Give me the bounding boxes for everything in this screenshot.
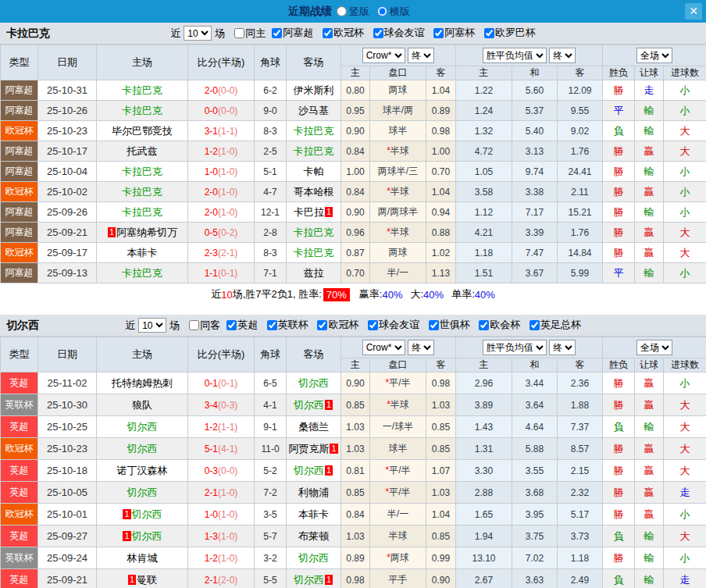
date-cell: 25-09-26	[38, 202, 97, 223]
avg-stage-select[interactable]: 终	[549, 48, 576, 63]
league-filter-checkbox[interactable]	[373, 28, 383, 38]
home-team-cell: 1曼联	[97, 569, 188, 588]
page-title: 近期战绩	[288, 5, 332, 19]
league-filter[interactable]: 欧冠杯	[314, 318, 358, 332]
league-filter[interactable]: 阿塞超	[269, 26, 313, 40]
corner-cell: 6-5	[255, 372, 287, 394]
odds-away-cell: 1.02	[426, 243, 456, 263]
avg-odds-select[interactable]: 胜平负均值	[483, 48, 547, 63]
league-filter[interactable]: 英足总杯	[526, 318, 581, 332]
avg-away-cell: 8.57	[558, 438, 603, 460]
match-row: 阿塞超 25-10-04 卡拉巴克 1-0(1-0) 5-1 卡帕 1.00 两…	[1, 162, 706, 182]
games-suffix: 场	[169, 319, 180, 333]
avg-draw-cell: 3.55	[512, 460, 558, 482]
col-wdl: 胜负	[603, 358, 635, 372]
league-filter-checkbox[interactable]	[226, 320, 237, 330]
home-team-name: 毕尔巴鄂竞技	[112, 125, 173, 137]
league-filter-checkbox[interactable]	[433, 28, 444, 38]
team-name: 切尔西	[6, 319, 39, 333]
corner-cell: 5-2	[255, 460, 287, 482]
league-cell: 英超	[1, 526, 38, 547]
same-venue-filter[interactable]: 同客	[186, 319, 220, 333]
date-cell: 25-09-13	[38, 263, 97, 283]
halftime-score: (1-0)	[218, 166, 237, 177]
close-icon[interactable]: ✕	[685, 3, 702, 20]
league-filter-checkbox[interactable]	[272, 28, 282, 38]
same-venue-filter[interactable]: 同主	[231, 27, 266, 41]
fulltime-select[interactable]: 全场	[636, 340, 672, 355]
league-filter-checkbox[interactable]	[267, 320, 277, 330]
fulltime-select[interactable]: 全场	[636, 48, 672, 63]
fulltime-score: 2-3	[205, 248, 218, 258]
league-filter[interactable]: 欧会杯	[476, 318, 520, 332]
same-venue-checkbox[interactable]	[189, 320, 199, 330]
score-cell: 1-1(0-1)	[188, 263, 255, 283]
halftime-score: (0-3)	[218, 400, 237, 411]
odds-stage-select[interactable]: 终	[408, 48, 434, 63]
wdl-result-cell: 勝	[603, 394, 635, 416]
league-filter-checkbox[interactable]	[368, 320, 378, 330]
league-cell: 欧冠杯	[1, 438, 38, 460]
match-row: 阿塞超 25-10-31 卡拉巴克 2-0(0-0) 6-2 伊米斯利 0.80…	[1, 80, 706, 101]
league-filter[interactable]: 英超	[223, 318, 258, 332]
single-rate: 40%	[475, 289, 495, 301]
vertical-radio[interactable]	[337, 6, 347, 16]
handicap-cell: *半球	[370, 223, 426, 243]
avg-home-cell: 1.65	[456, 504, 512, 526]
away-team-name: 哥本哈根	[294, 186, 334, 198]
date-cell: 25-09-27	[38, 526, 97, 547]
score-cell: 1-3(1-0)	[188, 526, 255, 547]
games-count-select[interactable]: 10	[184, 26, 212, 41]
handicap-result-cell: 輸	[635, 101, 664, 121]
fulltime-score: 2-0	[205, 207, 218, 218]
halftime-score: (0-2)	[218, 227, 237, 238]
odds-source-select[interactable]: Crow*	[362, 48, 405, 63]
odds-away-cell: 0.88	[426, 223, 456, 243]
league-filter[interactable]: 世俱杯	[426, 318, 470, 332]
league-filter-checkbox[interactable]	[323, 28, 333, 38]
handicap-cell: *半球	[370, 394, 426, 416]
avg-away-cell: 14.84	[558, 243, 603, 263]
league-filter[interactable]: 英联杯	[264, 318, 308, 332]
odds-source-group: Crow* 终	[341, 45, 456, 66]
home-team-cell: 1切尔西	[97, 526, 188, 547]
league-filter[interactable]: 欧罗巴杯	[481, 26, 536, 40]
league-filter-checkbox[interactable]	[484, 28, 494, 38]
league-filter[interactable]: 球会友谊	[365, 318, 419, 332]
layout-radio-horizontal[interactable]: 横版	[377, 5, 410, 19]
odds-away-cell: 1.04	[426, 504, 456, 526]
league-filter-checkbox[interactable]	[530, 320, 540, 330]
avg-away-cell: 1.18	[558, 547, 603, 569]
league-cell: 阿塞超	[1, 202, 38, 223]
match-row: 阿塞超 25-09-21 1阿塞纳希切万 0-5(0-2) 2-8 卡拉巴克 0…	[1, 223, 706, 243]
col-odds-home: 主	[341, 358, 370, 372]
goals-result-cell: 大	[664, 394, 706, 416]
league-filter-checkbox[interactable]	[317, 320, 327, 330]
summary-text: 大:	[410, 287, 423, 301]
layout-radio-vertical[interactable]: 竖版	[337, 5, 369, 19]
avg-stage-select[interactable]: 终	[549, 340, 576, 355]
odds-stage-select[interactable]: 终	[408, 340, 434, 355]
league-filter[interactable]: 球会友谊	[370, 26, 425, 40]
games-count-select[interactable]: 10	[138, 318, 166, 333]
league-filter-checkbox[interactable]	[479, 320, 489, 330]
score-cell: 2-3(2-1)	[188, 243, 255, 263]
home-team-name: 托特纳姆热刺	[112, 377, 173, 389]
avg-draw-cell: 3.67	[512, 263, 558, 283]
avg-draw-cell: 3.95	[512, 504, 558, 526]
away-team-name: 兹拉	[304, 267, 324, 279]
handicap-text: 球半	[389, 443, 408, 454]
home-team-name: 诺丁汉森林	[117, 465, 168, 476]
match-row: 英联杯 25-09-24 林肯城 1-2(1-0) 3-2 切尔西 0.89 *…	[1, 547, 706, 569]
odds-away-cell: 0.98	[426, 121, 456, 141]
score-cell: 2-1(1-0)	[188, 482, 255, 504]
league-filter[interactable]: 欧冠杯	[319, 26, 364, 40]
score-cell: 3-4(0-3)	[188, 394, 255, 416]
avg-odds-select[interactable]: 胜平负均值	[483, 340, 547, 355]
handicap-cell: 两球半/三	[370, 162, 426, 182]
odds-source-select[interactable]: Crow*	[362, 340, 405, 355]
league-filter[interactable]: 阿塞杯	[430, 26, 475, 40]
horizontal-radio[interactable]	[377, 6, 387, 16]
league-filter-checkbox[interactable]	[429, 320, 439, 330]
same-venue-checkbox[interactable]	[234, 28, 244, 38]
